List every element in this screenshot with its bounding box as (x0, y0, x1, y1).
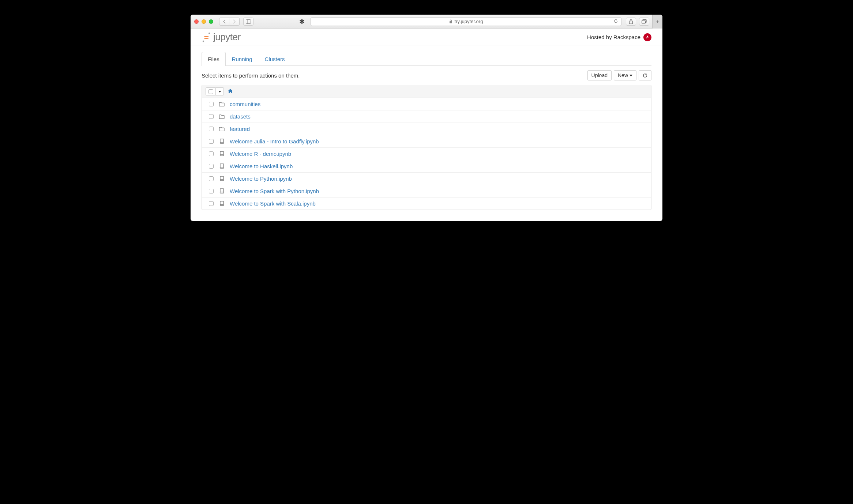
list-item: Welcome to Haskell.ipynb (202, 160, 651, 173)
row-checkbox[interactable] (209, 164, 214, 169)
notebook-icon (219, 201, 225, 206)
item-name[interactable]: Welcome R - demo.ipynb (230, 151, 291, 157)
tab-files[interactable]: Files (202, 52, 226, 66)
list-item: featured (202, 123, 651, 135)
upload-button[interactable]: Upload (587, 70, 612, 80)
row-checkbox[interactable] (209, 176, 214, 181)
back-button[interactable] (219, 18, 229, 26)
tab-running[interactable]: Running (226, 52, 259, 66)
toolbar-right (626, 18, 649, 26)
reload-icon[interactable] (613, 19, 618, 25)
jupyter-icon (202, 32, 211, 42)
minimize-icon[interactable] (202, 19, 206, 24)
hosted-by[interactable]: Hosted by Rackspace (587, 33, 651, 41)
svg-point-7 (203, 40, 204, 42)
forward-button[interactable] (229, 18, 240, 26)
url-text: try.jupyter.org (455, 19, 483, 24)
notebook-icon (219, 176, 225, 181)
titlebar: ✱ try.jupyter.org + (191, 15, 662, 29)
folder-icon (219, 127, 225, 131)
svg-point-6 (208, 33, 210, 34)
rackspace-icon (643, 33, 651, 41)
notebook-icon (219, 188, 225, 194)
row-checkbox[interactable] (209, 189, 214, 193)
item-name[interactable]: featured (230, 126, 250, 132)
list-item: communities (202, 98, 651, 110)
row-checkbox[interactable] (209, 139, 214, 144)
row-checkbox[interactable] (209, 201, 214, 206)
refresh-icon (643, 73, 647, 78)
new-button-label: New (618, 72, 628, 78)
item-name[interactable]: communities (230, 101, 260, 107)
notebook-icon (219, 151, 225, 157)
actions: Upload New (587, 70, 651, 80)
traffic-lights (194, 19, 213, 24)
chevron-down-icon (218, 91, 221, 93)
item-name[interactable]: datasets (230, 113, 251, 120)
tab-bar: Files Running Clusters (202, 52, 651, 66)
item-name[interactable]: Welcome Julia - Intro to Gadfly.ipynb (230, 138, 319, 144)
address-bar[interactable]: try.jupyter.org (311, 17, 621, 26)
refresh-button[interactable] (639, 70, 651, 80)
maximize-icon[interactable] (209, 19, 213, 24)
row-checkbox[interactable] (209, 151, 214, 156)
sidebar-button[interactable] (243, 18, 253, 26)
item-name[interactable]: Welcome to Python.ipynb (230, 176, 292, 182)
list-item: Welcome to Python.ipynb (202, 173, 651, 185)
list-item: Welcome R - demo.ipynb (202, 148, 651, 160)
item-name[interactable]: Welcome to Spark with Scala.ipynb (230, 200, 316, 207)
logo-text: jupyter (213, 31, 241, 43)
notebook-icon (219, 139, 225, 144)
row-checkbox[interactable] (209, 114, 214, 119)
content: Files Running Clusters Select items to p… (191, 52, 662, 221)
browser-window: ✱ try.jupyter.org + jupyte (191, 15, 662, 221)
new-button[interactable]: New (614, 70, 636, 80)
breadcrumb-home[interactable] (228, 89, 233, 95)
nav-buttons (219, 18, 240, 26)
row-checkbox[interactable] (209, 102, 214, 106)
new-tab-button[interactable]: + (652, 15, 662, 29)
home-icon (228, 89, 233, 94)
list-item: Welcome Julia - Intro to Gadfly.ipynb (202, 135, 651, 148)
hosted-by-text: Hosted by Rackspace (587, 34, 640, 40)
list-header (202, 85, 651, 98)
jupyter-logo[interactable]: jupyter (202, 31, 241, 43)
list-item: Welcome to Spark with Python.ipynb (202, 185, 651, 198)
svg-rect-2 (450, 21, 452, 23)
tabs-button[interactable] (639, 18, 649, 26)
svg-rect-0 (246, 19, 251, 23)
tab-clusters[interactable]: Clusters (259, 52, 291, 66)
folder-icon (219, 114, 225, 119)
page-header: jupyter Hosted by Rackspace (191, 29, 662, 45)
item-name[interactable]: Welcome to Haskell.ipynb (230, 163, 293, 169)
toolbar: Select items to perform actions on them.… (202, 70, 651, 80)
file-list: communitiesdatasetsfeaturedWelcome Julia… (202, 85, 651, 210)
list-item: Welcome to Spark with Scala.ipynb (202, 198, 651, 210)
chevron-down-icon (630, 75, 632, 76)
svg-rect-5 (642, 20, 646, 23)
extension-icon[interactable]: ✱ (297, 18, 306, 26)
select-dropdown[interactable] (216, 87, 224, 95)
list-item: datasets (202, 110, 651, 123)
lock-icon (449, 19, 452, 23)
row-checkbox[interactable] (209, 127, 214, 131)
select-all-checkbox[interactable] (206, 87, 216, 95)
item-name[interactable]: Welcome to Spark with Python.ipynb (230, 188, 319, 194)
close-icon[interactable] (194, 19, 199, 24)
notebook-icon (219, 163, 225, 169)
hint-text: Select items to perform actions on them. (202, 72, 300, 79)
share-button[interactable] (626, 18, 636, 26)
folder-icon (219, 102, 225, 106)
